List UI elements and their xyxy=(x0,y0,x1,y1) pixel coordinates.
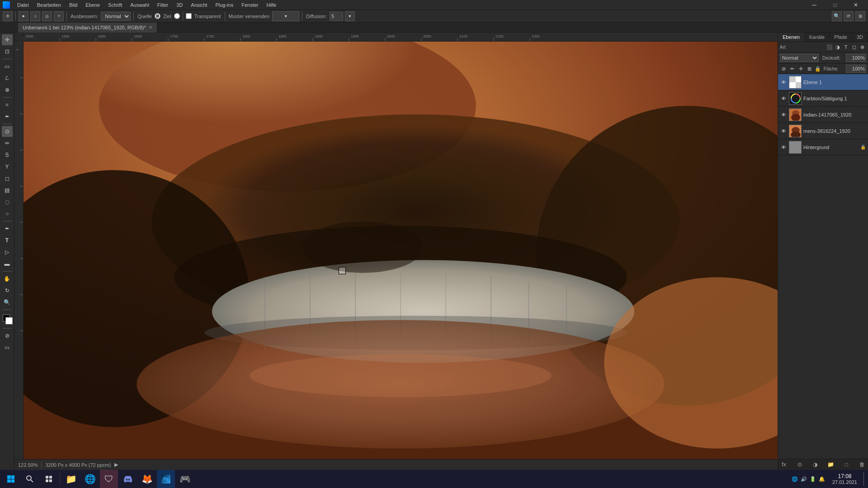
quelle-radio[interactable] xyxy=(155,13,160,19)
tool-shape2[interactable]: ◇ xyxy=(30,11,40,21)
tool-dodge[interactable]: ○ xyxy=(2,208,13,219)
tool-path-select[interactable]: ▷ xyxy=(2,247,13,258)
group-icon[interactable]: 📁 xyxy=(827,460,835,469)
canvas-content[interactable] xyxy=(24,42,778,470)
fg-bg-colors[interactable] xyxy=(1,313,14,325)
layer-item[interactable]: 👁 mens-3816224_1920 xyxy=(778,123,868,139)
layer-visibility-icon[interactable]: 👁 xyxy=(780,79,787,86)
layer-visibility-icon[interactable]: 👁 xyxy=(780,144,787,151)
tab-close-icon[interactable]: ✕ xyxy=(149,25,152,30)
search-taskbar-button[interactable] xyxy=(21,470,39,488)
tab-pfade[interactable]: Pfade xyxy=(830,33,852,42)
tool-clone[interactable]: S xyxy=(2,150,13,160)
tool-screen-mode[interactable]: ▭ xyxy=(2,342,13,353)
menu-auswahl[interactable]: Auswahl xyxy=(127,1,153,9)
blend-mode-select[interactable]: Normal xyxy=(780,54,819,62)
discord-taskbar-icon[interactable] xyxy=(119,470,137,488)
rotate-icon[interactable]: ⟳ xyxy=(844,11,854,21)
menu-schrift[interactable]: Schrift xyxy=(104,1,126,9)
tool-sample[interactable]: ⌖ xyxy=(54,11,64,21)
menu-ansicht[interactable]: Ansicht xyxy=(187,1,211,9)
fx-icon[interactable]: fx xyxy=(780,460,788,469)
lock-transparent-icon[interactable]: ⊘ xyxy=(780,65,788,73)
xbox-taskbar-icon[interactable]: 🎮 xyxy=(176,470,194,488)
layer-item[interactable]: 👁 Farbton/Sättigung 1 xyxy=(778,90,868,107)
fill-input[interactable] xyxy=(846,65,866,73)
tool-zoom[interactable]: 🔍 xyxy=(2,297,13,308)
menu-bild[interactable]: Bild xyxy=(66,1,81,9)
tray-notification-icon[interactable]: 🔔 xyxy=(818,475,826,483)
photo-canvas[interactable] xyxy=(24,42,778,470)
tool-gradient[interactable]: ▤ xyxy=(2,185,13,196)
maximize-button[interactable]: □ xyxy=(825,0,845,10)
tool-lasso[interactable]: ◎ xyxy=(42,11,52,21)
filter-pixel-icon[interactable]: ⬛ xyxy=(826,43,834,51)
filter-smart-icon[interactable]: ⊕ xyxy=(858,43,866,51)
filter-adj-icon[interactable]: ◑ xyxy=(834,43,842,51)
tray-battery-icon[interactable]: 🔋 xyxy=(809,475,817,483)
layer-item[interactable]: 👁 Ebene 1 xyxy=(778,74,868,90)
diffusion-arrow[interactable]: ▼ xyxy=(345,11,355,21)
tool-brush[interactable]: ✏ xyxy=(2,138,13,149)
new-layer-icon[interactable]: □ xyxy=(842,460,850,469)
layer-visibility-icon[interactable]: 👁 xyxy=(780,111,787,118)
tool-shape1[interactable]: ■ xyxy=(19,11,28,21)
tool-rect-select[interactable]: ▭ xyxy=(2,61,13,72)
tool-pen[interactable]: ✒ xyxy=(2,223,13,234)
menu-datei[interactable]: Datei xyxy=(14,1,33,9)
start-button[interactable] xyxy=(2,470,20,488)
tool-move[interactable]: ✛ xyxy=(3,11,13,21)
layer-visibility-icon[interactable]: 👁 xyxy=(780,127,787,135)
tab-kanaele[interactable]: Kanäle xyxy=(805,33,830,42)
opacity-input[interactable] xyxy=(846,54,866,62)
clock-area[interactable]: 17:08 27.01.2021 xyxy=(829,473,861,485)
menu-fenster[interactable]: Fenster xyxy=(238,1,262,9)
document-tab[interactable]: Unbenannt-1 bei 123% (indian-1417065_192… xyxy=(18,23,157,33)
tray-volume-icon[interactable]: 🔊 xyxy=(800,475,808,483)
tool-type[interactable]: T xyxy=(2,235,13,246)
show-desktop-icon[interactable] xyxy=(863,472,866,486)
tool-lasso-left[interactable]: ℒ xyxy=(2,73,13,84)
mode-select[interactable]: Normal xyxy=(101,12,131,21)
filter-type-icon[interactable]: T xyxy=(842,43,850,51)
explorer-taskbar-icon[interactable]: 📁 xyxy=(62,470,80,488)
ziel-radio[interactable] xyxy=(174,13,180,19)
layer-visibility-icon[interactable]: 👁 xyxy=(780,95,787,102)
tool-quick-mask[interactable]: ⊘ xyxy=(2,330,13,341)
browser-taskbar-icon[interactable]: 🌐 xyxy=(81,470,99,488)
tool-crop[interactable]: ⌗ xyxy=(2,99,13,110)
tab-3d[interactable]: 3D xyxy=(852,33,868,42)
tool-shape[interactable]: ▬ xyxy=(2,258,13,269)
status-arrow[interactable]: ▶ xyxy=(114,462,118,468)
tool-heal[interactable]: ⊙ xyxy=(2,126,13,137)
search-icon[interactable]: 🔍 xyxy=(832,11,842,21)
close-button[interactable]: ✕ xyxy=(845,0,866,10)
minimize-button[interactable]: ─ xyxy=(804,0,825,10)
tray-network-icon[interactable]: 🌐 xyxy=(791,475,799,483)
background-color[interactable] xyxy=(5,317,13,324)
diffusion-input[interactable] xyxy=(330,12,343,21)
lock-all-icon[interactable]: 🔒 xyxy=(814,65,822,73)
task-view-button[interactable] xyxy=(40,470,58,488)
menu-hilfe[interactable]: Hilfe xyxy=(263,1,280,9)
tab-ebenen[interactable]: Ebenen xyxy=(778,33,805,42)
menu-filter[interactable]: Filter xyxy=(154,1,172,9)
tool-eyedropper[interactable]: ✒ xyxy=(2,111,13,122)
photoshop-taskbar-icon[interactable]: Ps xyxy=(157,470,175,488)
tool-quick-select[interactable]: ⊕ xyxy=(2,84,13,95)
tool-artboard[interactable]: ⊡ xyxy=(2,46,13,57)
menu-plugins[interactable]: Plug-ins xyxy=(212,1,237,9)
muster-picker[interactable]: ▼ xyxy=(272,11,299,21)
menu-ebene[interactable]: Ebene xyxy=(82,1,104,9)
tool-rotate-view[interactable]: ↻ xyxy=(2,285,13,296)
layer-item[interactable]: 👁 indian-1417065_1920 xyxy=(778,107,868,123)
mask-icon[interactable]: ⊙ xyxy=(796,460,804,469)
tool-blur[interactable]: ◌ xyxy=(2,197,13,207)
firefox-taskbar-icon[interactable]: 🦊 xyxy=(138,470,156,488)
filter-shape-icon[interactable]: ◻ xyxy=(850,43,858,51)
transparent-checkbox[interactable] xyxy=(186,13,192,19)
tool-move-left[interactable]: ✛ xyxy=(2,34,13,45)
lock-position-icon[interactable]: ✛ xyxy=(797,65,805,73)
menu-bearbeiten[interactable]: Bearbeiten xyxy=(33,1,65,9)
menu-3d[interactable]: 3D xyxy=(173,1,186,9)
